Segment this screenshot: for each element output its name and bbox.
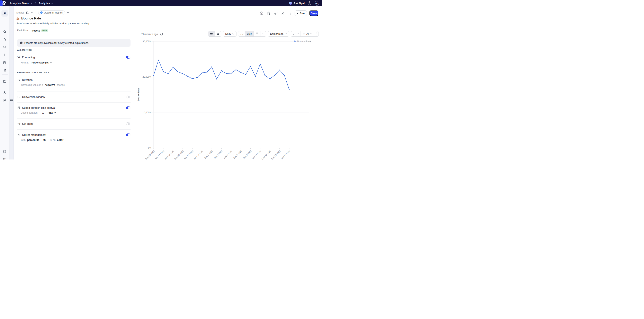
chart-type-button[interactable] [291,31,300,37]
chevron-down-icon[interactable] [67,12,69,13]
nav-right-cluster: Ask Opal ? GD [289,0,319,6]
chevron-down-icon [51,3,53,4]
divider [17,129,130,130]
workspace-avatar[interactable]: F [2,10,8,17]
trend-down-icon [17,78,20,82]
format-value: Percentage (%) [31,61,49,64]
series-visibility-button[interactable]: All [300,31,314,37]
compare-to-dropdown[interactable]: Compare to [268,31,289,37]
outlier-value-input[interactable]: 90 [43,139,46,141]
direction-suffix: change [57,84,65,86]
tab-definition[interactable]: Definition [17,29,28,32]
svg-text:10,000%: 10,000% [142,111,152,114]
svg-text:Dec 5 2025: Dec 5 2025 [223,150,233,159]
app-logo-icon[interactable] [2,1,7,6]
outlier-scatter-icon [17,133,20,136]
range-7d-button[interactable]: 7D [238,31,245,37]
sidebar-database-icon[interactable] [2,149,7,154]
active-tab-indicator [31,35,45,35]
formatting-toggle[interactable] [126,56,130,59]
sidebar-search-icon[interactable] [2,45,7,49]
direction-prefix: Increasing value is a [21,84,43,86]
tab-presets[interactable]: Presets NEW [31,29,48,32]
chevron-down-icon [54,112,56,113]
banner-text: Presets are only available for newly cre… [24,42,89,45]
format-setting: Format: Percentage (%) [21,61,52,64]
cuped-label: Cuped duration time interval [22,106,56,109]
chart-controls: Daily 7D 30D Compare to All [208,31,319,37]
bounce-rate-line-chart[interactable]: 0%10,000%20,000%30,000%Nov 19 2025Nov 21… [135,38,322,160]
section-all-metrics: ALL METRICS [17,49,32,51]
granularity-dropdown[interactable]: Daily [223,31,236,37]
favorite-star-icon[interactable] [266,11,271,16]
date-range-segmented: 7D 30D [238,31,266,37]
chart-more-options-icon[interactable] [314,31,318,37]
run-button[interactable]: Run [294,11,307,16]
divider [17,92,130,92]
range-30d-button[interactable]: 30D [245,31,254,37]
user-avatar[interactable]: GD [315,1,319,6]
sidebar-compose-icon[interactable] [2,60,7,65]
list-icon [10,98,13,101]
absolute-mode-button[interactable] [208,31,214,37]
cuped-toggle[interactable] [126,107,130,109]
more-options-icon[interactable] [288,11,293,16]
sidebar-home-icon[interactable] [2,29,7,34]
percent-mode-button[interactable] [214,31,221,37]
svg-text:Dec 15 2025: Dec 15 2025 [271,150,281,160]
sidebar-flag-icon[interactable] [2,98,7,103]
formatting-row: 3A Formatting [17,55,130,59]
tab-presets-label: Presets [31,29,40,32]
share-link-icon[interactable] [273,11,278,16]
docs-help-icon[interactable]: ? [259,11,264,16]
overlapping-squares-icon [17,106,20,109]
members-icon[interactable] [280,11,286,16]
divider [36,11,36,14]
outlier-unit-dropdown[interactable]: actor [57,139,64,141]
target-icon [302,33,306,36]
outlier-method-dropdown[interactable]: percentile [27,139,39,141]
project-switcher[interactable]: Analytics Demo [10,2,32,5]
sidebar-folder-icon[interactable] [2,79,7,84]
refresh-icon[interactable] [160,32,163,36]
chevron-down-icon[interactable] [31,12,33,13]
cuped-unit-dropdown[interactable]: day [48,111,56,114]
outlier-setting: With percentile 90 % on actor [21,139,64,141]
format-value-dropdown[interactable]: Percentage (%) [31,61,52,64]
outlier-toggle[interactable] [126,134,130,136]
clock-icon [17,95,20,99]
svg-text:!: ! [19,123,20,124]
help-icon[interactable]: ? [308,2,311,5]
icon-sidebar: F ? [0,6,10,160]
sidebar-plus-icon[interactable] [2,53,7,57]
folder-icon[interactable] [26,11,30,15]
sidebar-experiment-icon[interactable] [2,68,7,73]
svg-text:Dec 13 2025: Dec 13 2025 [261,150,272,160]
save-button[interactable]: Save [309,11,318,16]
list-panel-toggle[interactable] [10,98,13,101]
cuped-duration-input[interactable]: 1 [42,111,44,114]
svg-text:Dec 3 2025: Dec 3 2025 [213,150,223,159]
section-name: Analytics [39,2,50,5]
sidebar-star-icon[interactable] [2,37,7,42]
shield-check-icon [40,11,43,14]
sidebar-help-icon[interactable]: ? [2,157,7,160]
breadcrumb-metrics[interactable]: Metrics [16,11,24,14]
chevron-down-icon [285,33,287,35]
date-range-expand-button[interactable] [260,31,266,37]
section-switcher[interactable]: Analytics [39,2,53,5]
chevron-down-icon [30,3,32,4]
chevron-down-icon [50,62,52,63]
ask-opal-button[interactable]: Ask Opal [289,2,304,5]
svg-text:Dec 9 2025: Dec 9 2025 [243,150,252,159]
guardrail-metrics-tag[interactable]: Guardrail Metrics [38,11,65,15]
chevron-down-icon [232,33,234,35]
set-alerts-toggle[interactable] [126,122,130,125]
svg-text:Nov 19 2025: Nov 19 2025 [145,150,155,160]
cuped-unit-value: day [48,111,53,114]
custom-date-button[interactable] [254,31,260,37]
direction-value-dropdown[interactable]: negative [44,84,55,86]
sidebar-person-icon[interactable] [2,90,7,95]
conversion-window-toggle[interactable] [126,96,130,98]
direction-label: Direction [22,78,32,82]
